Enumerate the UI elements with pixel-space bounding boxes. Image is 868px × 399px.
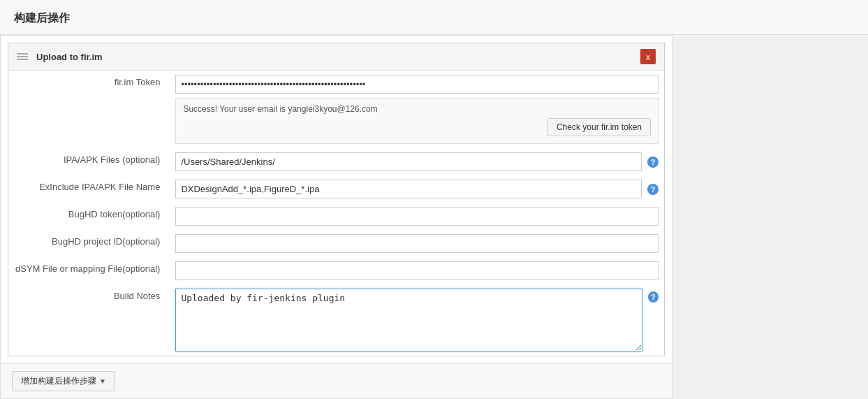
delete-button[interactable]: x <box>640 49 656 64</box>
main-content: Upload to fir.im x fir.im Token <box>0 35 868 399</box>
exinclude-label: ExInclude IPA/APK File Name <box>8 175 168 203</box>
bughd-project-row: BugHD project ID(optional) <box>8 230 664 257</box>
exinclude-row: ExInclude IPA/APK File Name ? <box>8 175 664 203</box>
footer-area: 增加构建后操作步骤 ▼ <box>1 363 672 398</box>
add-step-button[interactable]: 增加构建后操作步骤 ▼ <box>12 371 115 391</box>
bughd-token-input[interactable] <box>175 207 659 226</box>
plugin-header: Upload to fir.im x <box>8 43 664 71</box>
form-table: fir.im Token Success! Your user email is… <box>8 71 664 356</box>
token-success-block: Success! Your user email is yanglei3kyou… <box>175 98 659 144</box>
fir-token-label: fir.im Token <box>8 71 168 148</box>
fir-token-cell: Success! Your user email is yanglei3kyou… <box>168 71 664 148</box>
plugin-block: Upload to fir.im x fir.im Token <box>8 43 665 356</box>
plugin-title: Upload to fir.im <box>36 52 103 62</box>
build-notes-label: Build Notes <box>8 284 168 356</box>
exinclude-cell: ? <box>168 175 664 203</box>
bughd-project-input[interactable] <box>175 234 659 253</box>
dsym-cell <box>168 257 664 284</box>
exinclude-help-icon[interactable]: ? <box>647 184 659 195</box>
right-panel <box>672 35 868 399</box>
fir-token-input[interactable] <box>175 75 659 94</box>
bughd-project-cell <box>168 230 664 257</box>
bughd-token-label: BugHD token(optional) <box>8 203 168 230</box>
chevron-down-icon: ▼ <box>99 377 106 385</box>
build-notes-cell: Uploaded by fir-jenkins plugin ? <box>168 284 664 356</box>
left-panel: Upload to fir.im x fir.im Token <box>0 35 672 399</box>
check-token-area: Check your fir.im token <box>183 115 651 139</box>
fir-token-row: fir.im Token Success! Your user email is… <box>8 71 664 148</box>
bughd-token-cell <box>168 203 664 230</box>
ipa-files-input[interactable] <box>175 152 642 171</box>
page-wrapper: 构建后操作 Upload to fir.im x <box>0 0 868 399</box>
ipa-files-label: IPA/APK Files (optional) <box>8 148 168 175</box>
ipa-files-row: IPA/APK Files (optional) ? <box>8 148 664 175</box>
add-step-label: 增加构建后操作步骤 <box>21 375 96 387</box>
build-notes-row: Build Notes Uploaded by fir-jenkins plug… <box>8 284 664 356</box>
dsym-label: dSYM File or mapping File(optional) <box>8 257 168 284</box>
build-notes-help-icon[interactable]: ? <box>648 291 659 303</box>
success-message: Success! Your user email is yanglei3kyou… <box>183 103 651 115</box>
dsym-input[interactable] <box>175 261 659 280</box>
ipa-files-cell: ? <box>168 148 664 175</box>
drag-handle[interactable] <box>17 53 28 60</box>
ipa-files-help-icon[interactable]: ? <box>647 157 659 168</box>
exinclude-input[interactable] <box>175 180 642 198</box>
section-title: 构建后操作 <box>0 0 868 35</box>
bughd-token-row: BugHD token(optional) <box>8 203 664 230</box>
dsym-row: dSYM File or mapping File(optional) <box>8 257 664 284</box>
check-token-button[interactable]: Check your fir.im token <box>547 118 651 136</box>
build-notes-textarea[interactable]: Uploaded by fir-jenkins plugin <box>175 289 642 351</box>
bughd-project-label: BugHD project ID(optional) <box>8 230 168 257</box>
